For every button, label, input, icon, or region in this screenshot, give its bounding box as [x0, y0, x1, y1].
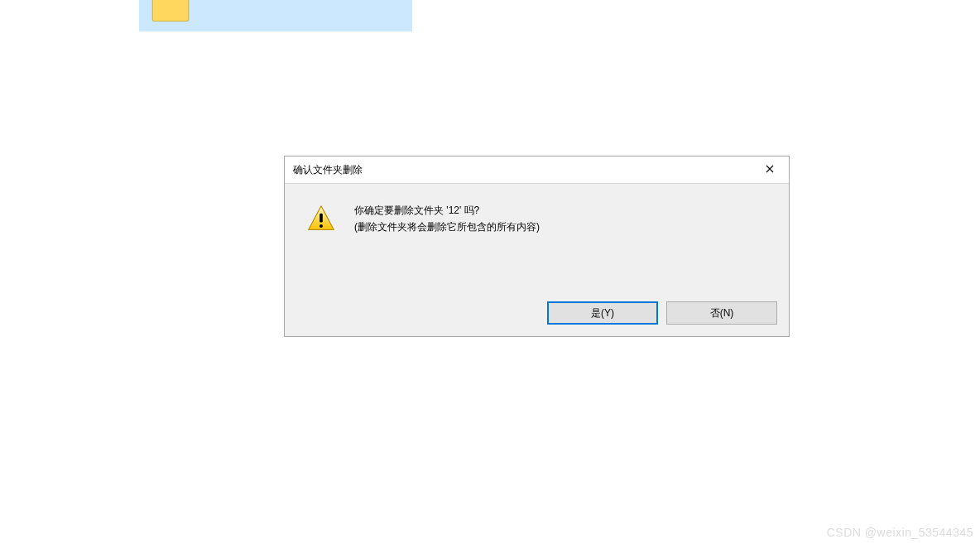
- dialog-title: 确认文件夹删除: [285, 163, 751, 177]
- no-button[interactable]: 否(N): [666, 301, 777, 325]
- close-button[interactable]: [751, 156, 789, 183]
- svg-rect-0: [319, 214, 323, 223]
- confirm-folder-delete-dialog: 确认文件夹删除 你确定要删除文件夹 '12' 吗?: [284, 156, 790, 337]
- yes-button[interactable]: 是(Y): [547, 301, 658, 325]
- warning-icon: [306, 204, 336, 233]
- dialog-message: 你确定要删除文件夹 '12' 吗? (删除文件夹将会删除它所包含的所有内容): [354, 202, 540, 235]
- dialog-body: 你确定要删除文件夹 '12' 吗? (删除文件夹将会删除它所包含的所有内容): [285, 184, 789, 301]
- folder-icon: [149, 0, 192, 26]
- no-button-label: 否(N): [710, 306, 734, 320]
- svg-point-1: [319, 224, 323, 228]
- dialog-titlebar[interactable]: 确认文件夹删除: [285, 156, 789, 184]
- dialog-message-line2: (删除文件夹将会删除它所包含的所有内容): [354, 219, 540, 235]
- yes-button-label: 是(Y): [591, 306, 614, 320]
- watermark: CSDN @weixin_53544345: [827, 526, 973, 539]
- dialog-message-line1: 你确定要删除文件夹 '12' 吗?: [354, 202, 540, 219]
- dialog-button-row: 是(Y) 否(N): [285, 301, 789, 336]
- close-icon: [766, 164, 774, 176]
